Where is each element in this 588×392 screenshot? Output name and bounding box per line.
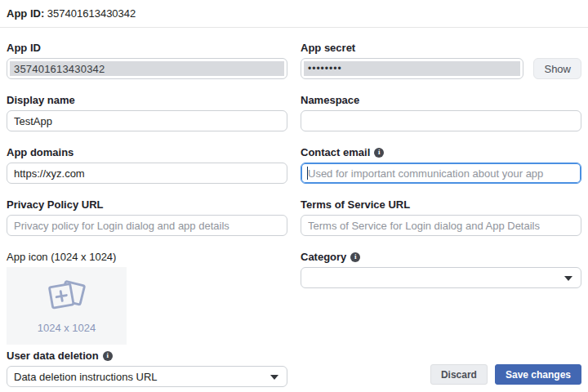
display-name-field-group: Display name <box>7 94 287 131</box>
app-icon-size-hint: 1024 x 1024 <box>38 322 96 334</box>
app-id-value: 357401613430342 <box>10 61 284 76</box>
terms-of-service-label: Terms of Service URL <box>301 198 581 211</box>
contact-email-input[interactable] <box>301 163 581 184</box>
user-data-deletion-value: Data deletion instructions URL <box>14 371 158 383</box>
basic-settings-form: App ID 357401613430342 App secret ••••••… <box>0 28 588 387</box>
namespace-input[interactable] <box>301 110 581 131</box>
app-domains-field-group: App domains <box>7 146 287 184</box>
user-data-deletion-field-group: User data deletion i Data deletion instr… <box>7 350 287 387</box>
discard-button[interactable]: Discard <box>430 364 488 385</box>
display-name-input[interactable] <box>7 110 287 131</box>
app-id-label: App ID <box>7 42 287 54</box>
terms-of-service-field-group: Terms of Service URL <box>301 198 581 236</box>
namespace-label: Namespace <box>301 94 581 106</box>
privacy-policy-field-group: Privacy Policy URL <box>7 198 287 236</box>
chevron-down-icon <box>270 375 278 380</box>
footer-actions: Discard Save changes <box>301 350 581 387</box>
privacy-policy-label: Privacy Policy URL <box>7 198 287 211</box>
app-secret-label: App secret <box>301 42 581 54</box>
namespace-field-group: Namespace <box>301 94 581 131</box>
user-data-deletion-info-icon: i <box>103 351 113 361</box>
app-id-header-label: App ID: <box>7 7 44 20</box>
user-data-deletion-select[interactable]: Data deletion instructions URL <box>7 366 287 387</box>
category-select[interactable] <box>301 267 581 288</box>
app-secret-field-group: App secret •••••••• Show <box>301 42 581 79</box>
show-secret-button[interactable]: Show <box>533 58 581 79</box>
contact-email-info-icon: i <box>374 148 384 158</box>
page-header: App ID: 357401613430342 <box>0 0 588 27</box>
user-data-deletion-label: User data deletion i <box>7 350 287 362</box>
app-icon-field-group: App icon (1024 x 1024) 1024 x 1024 <box>7 251 287 345</box>
category-field-group: Category i <box>301 251 581 345</box>
chevron-down-icon <box>564 276 572 281</box>
contact-email-field-group: Contact email i <box>301 146 581 184</box>
app-domains-label: App domains <box>7 146 287 158</box>
app-id-header-value: 357401613430342 <box>47 7 136 20</box>
app-icon-upload[interactable]: 1024 x 1024 <box>7 267 127 345</box>
save-changes-button[interactable]: Save changes <box>495 364 581 385</box>
app-id-input: 357401613430342 <box>7 58 287 79</box>
category-label: Category i <box>301 251 581 263</box>
app-id-field-group: App ID 357401613430342 <box>7 42 287 79</box>
category-info-icon: i <box>350 252 360 262</box>
app-secret-input: •••••••• <box>301 58 523 79</box>
display-name-label: Display name <box>7 94 287 106</box>
add-photo-icon <box>43 278 90 317</box>
app-icon-label: App icon (1024 x 1024) <box>7 251 287 263</box>
text-cursor <box>307 167 308 180</box>
terms-of-service-input[interactable] <box>301 215 581 236</box>
contact-email-label: Contact email i <box>301 146 581 158</box>
privacy-policy-input[interactable] <box>7 215 287 236</box>
app-domains-input[interactable] <box>7 163 287 184</box>
app-secret-value: •••••••• <box>304 61 520 76</box>
